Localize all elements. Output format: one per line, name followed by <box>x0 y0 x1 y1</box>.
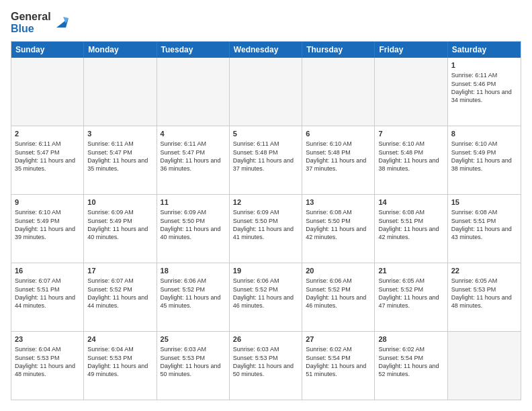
day-number: 28 <box>378 334 443 344</box>
logo-triangle-icon <box>54 15 69 30</box>
day-number: 15 <box>451 197 517 207</box>
empty-cell <box>302 58 375 126</box>
sun-info: Sunrise: 6:10 AM Sunset: 5:49 PM Dayligh… <box>451 140 517 173</box>
day-number: 9 <box>15 197 80 207</box>
empty-cell <box>157 58 230 126</box>
empty-cell <box>448 332 521 400</box>
day-cell-12: 12 Sunrise: 6:09 AM Sunset: 5:50 PM Dayl… <box>230 195 302 263</box>
sun-info: Sunrise: 6:02 AM Sunset: 5:54 PM Dayligh… <box>378 345 443 378</box>
day-cell-20: 20 Sunrise: 6:06 AM Sunset: 5:52 PM Dayl… <box>302 263 375 331</box>
sun-info: Sunrise: 6:05 AM Sunset: 5:52 PM Dayligh… <box>378 277 443 310</box>
calendar-header: SundayMondayTuesdayWednesdayThursdayFrid… <box>11 42 521 58</box>
day-cell-26: 26 Sunrise: 6:03 AM Sunset: 5:53 PM Dayl… <box>230 332 302 400</box>
week-row-5: 23 Sunrise: 6:04 AM Sunset: 5:53 PM Dayl… <box>11 331 521 400</box>
day-cell-23: 23 Sunrise: 6:04 AM Sunset: 5:53 PM Dayl… <box>11 332 84 400</box>
sun-info: Sunrise: 6:06 AM Sunset: 5:52 PM Dayligh… <box>306 277 371 310</box>
day-cell-2: 2 Sunrise: 6:11 AM Sunset: 5:47 PM Dayli… <box>11 126 84 194</box>
sun-info: Sunrise: 6:02 AM Sunset: 5:54 PM Dayligh… <box>306 345 371 378</box>
day-header-tuesday: Tuesday <box>157 42 230 58</box>
sun-info: Sunrise: 6:11 AM Sunset: 5:48 PM Dayligh… <box>233 140 298 173</box>
sun-info: Sunrise: 6:03 AM Sunset: 5:53 PM Dayligh… <box>233 345 298 378</box>
day-number: 1 <box>451 60 517 70</box>
sun-info: Sunrise: 6:06 AM Sunset: 5:52 PM Dayligh… <box>161 277 226 310</box>
sun-info: Sunrise: 6:06 AM Sunset: 5:52 PM Dayligh… <box>233 277 298 310</box>
day-cell-27: 27 Sunrise: 6:02 AM Sunset: 5:54 PM Dayl… <box>302 332 375 400</box>
sun-info: Sunrise: 6:11 AM Sunset: 5:47 PM Dayligh… <box>87 140 152 173</box>
day-number: 21 <box>378 266 443 275</box>
sun-info: Sunrise: 6:07 AM Sunset: 5:51 PM Dayligh… <box>15 277 80 310</box>
day-number: 27 <box>306 334 371 344</box>
sun-info: Sunrise: 6:08 AM Sunset: 5:51 PM Dayligh… <box>451 208 517 241</box>
day-header-thursday: Thursday <box>302 42 375 58</box>
day-number: 16 <box>15 266 80 275</box>
day-number: 24 <box>87 334 152 344</box>
empty-cell <box>230 58 302 126</box>
day-number: 6 <box>306 129 371 138</box>
sun-info: Sunrise: 6:10 AM Sunset: 5:49 PM Dayligh… <box>15 208 80 241</box>
week-row-2: 2 Sunrise: 6:11 AM Sunset: 5:47 PM Dayli… <box>11 126 521 194</box>
sun-info: Sunrise: 6:09 AM Sunset: 5:49 PM Dayligh… <box>87 208 152 241</box>
day-number: 26 <box>233 334 298 344</box>
day-cell-3: 3 Sunrise: 6:11 AM Sunset: 5:47 PM Dayli… <box>84 126 157 194</box>
day-cell-18: 18 Sunrise: 6:06 AM Sunset: 5:52 PM Dayl… <box>157 263 230 331</box>
day-cell-11: 11 Sunrise: 6:09 AM Sunset: 5:50 PM Dayl… <box>157 195 230 263</box>
day-cell-8: 8 Sunrise: 6:10 AM Sunset: 5:49 PM Dayli… <box>448 126 521 194</box>
day-number: 23 <box>15 334 80 344</box>
day-cell-5: 5 Sunrise: 6:11 AM Sunset: 5:48 PM Dayli… <box>230 126 302 194</box>
day-cell-22: 22 Sunrise: 6:05 AM Sunset: 5:53 PM Dayl… <box>448 263 521 331</box>
day-number: 13 <box>306 197 371 207</box>
day-cell-4: 4 Sunrise: 6:11 AM Sunset: 5:47 PM Dayli… <box>157 126 230 194</box>
day-header-friday: Friday <box>375 42 447 58</box>
day-header-wednesday: Wednesday <box>230 42 302 58</box>
sun-info: Sunrise: 6:11 AM Sunset: 5:46 PM Dayligh… <box>451 71 517 104</box>
sun-info: Sunrise: 6:04 AM Sunset: 5:53 PM Dayligh… <box>87 345 152 378</box>
sun-info: Sunrise: 6:03 AM Sunset: 5:53 PM Dayligh… <box>161 345 226 378</box>
day-cell-9: 9 Sunrise: 6:10 AM Sunset: 5:49 PM Dayli… <box>11 195 84 263</box>
day-cell-14: 14 Sunrise: 6:08 AM Sunset: 5:51 PM Dayl… <box>375 195 447 263</box>
day-number: 11 <box>161 197 226 207</box>
day-number: 19 <box>233 266 298 275</box>
day-cell-1: 1 Sunrise: 6:11 AM Sunset: 5:46 PM Dayli… <box>448 58 521 126</box>
day-number: 20 <box>306 266 371 275</box>
sun-info: Sunrise: 6:08 AM Sunset: 5:50 PM Dayligh… <box>306 208 371 241</box>
empty-cell <box>84 58 157 126</box>
day-cell-25: 25 Sunrise: 6:03 AM Sunset: 5:53 PM Dayl… <box>157 332 230 400</box>
day-number: 22 <box>451 266 517 275</box>
empty-cell <box>375 58 447 126</box>
day-cell-10: 10 Sunrise: 6:09 AM Sunset: 5:49 PM Dayl… <box>84 195 157 263</box>
page: General Blue SundayMondayTuesdayWednesda… <box>0 0 532 411</box>
day-number: 25 <box>161 334 226 344</box>
sun-info: Sunrise: 6:11 AM Sunset: 5:47 PM Dayligh… <box>15 140 80 173</box>
day-cell-17: 17 Sunrise: 6:07 AM Sunset: 5:52 PM Dayl… <box>84 263 157 331</box>
day-header-saturday: Saturday <box>448 42 521 58</box>
sun-info: Sunrise: 6:10 AM Sunset: 5:48 PM Dayligh… <box>378 140 443 173</box>
empty-cell <box>11 58 84 126</box>
day-number: 2 <box>15 129 80 138</box>
day-cell-6: 6 Sunrise: 6:10 AM Sunset: 5:48 PM Dayli… <box>302 126 375 194</box>
logo-general: General <box>11 11 51 23</box>
sun-info: Sunrise: 6:04 AM Sunset: 5:53 PM Dayligh… <box>15 345 80 378</box>
day-header-sunday: Sunday <box>11 42 84 58</box>
sun-info: Sunrise: 6:09 AM Sunset: 5:50 PM Dayligh… <box>161 208 226 241</box>
day-header-monday: Monday <box>84 42 157 58</box>
day-number: 8 <box>451 129 517 138</box>
day-number: 14 <box>378 197 443 207</box>
day-cell-19: 19 Sunrise: 6:06 AM Sunset: 5:52 PM Dayl… <box>230 263 302 331</box>
sun-info: Sunrise: 6:05 AM Sunset: 5:53 PM Dayligh… <box>451 277 517 310</box>
day-cell-7: 7 Sunrise: 6:10 AM Sunset: 5:48 PM Dayli… <box>375 126 447 194</box>
day-cell-21: 21 Sunrise: 6:05 AM Sunset: 5:52 PM Dayl… <box>375 263 447 331</box>
week-row-1: 1 Sunrise: 6:11 AM Sunset: 5:46 PM Dayli… <box>11 58 521 126</box>
sun-info: Sunrise: 6:08 AM Sunset: 5:51 PM Dayligh… <box>378 208 443 241</box>
sun-info: Sunrise: 6:11 AM Sunset: 5:47 PM Dayligh… <box>161 140 226 173</box>
week-row-3: 9 Sunrise: 6:10 AM Sunset: 5:49 PM Dayli… <box>11 194 521 263</box>
sun-info: Sunrise: 6:09 AM Sunset: 5:50 PM Dayligh… <box>233 208 298 241</box>
day-number: 12 <box>233 197 298 207</box>
logo-blue: Blue <box>11 23 51 35</box>
header: General Blue <box>11 11 521 34</box>
week-row-4: 16 Sunrise: 6:07 AM Sunset: 5:51 PM Dayl… <box>11 263 521 331</box>
day-number: 7 <box>378 129 443 138</box>
calendar: SundayMondayTuesdayWednesdayThursdayFrid… <box>11 41 521 400</box>
day-number: 10 <box>87 197 152 207</box>
sun-info: Sunrise: 6:10 AM Sunset: 5:48 PM Dayligh… <box>306 140 371 173</box>
logo: General Blue <box>11 11 69 34</box>
